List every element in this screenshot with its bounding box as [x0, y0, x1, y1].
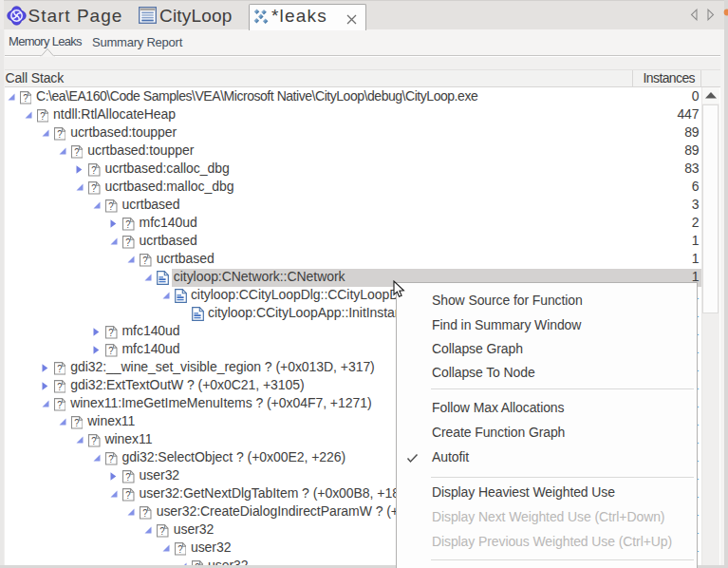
svg-text:?: ?: [40, 110, 46, 121]
svg-text:?: ?: [125, 489, 131, 500]
svg-text:?: ?: [23, 92, 28, 103]
svg-text:?: ?: [57, 363, 63, 373]
svg-text:?: ?: [57, 399, 63, 409]
svg-text:?: ?: [91, 435, 97, 445]
svg-text:?: ?: [125, 218, 131, 229]
svg-text:?: ?: [143, 507, 149, 518]
svg-text:?: ?: [108, 327, 114, 337]
svg-text:?: ?: [177, 543, 183, 554]
svg-text:?: ?: [125, 237, 131, 247]
svg-text:?: ?: [57, 128, 63, 139]
svg-text:?: ?: [108, 345, 114, 355]
svg-text:?: ?: [74, 417, 80, 427]
svg-text:?: ?: [125, 471, 131, 482]
svg-text:?: ?: [57, 381, 63, 391]
svg-text:?: ?: [91, 164, 97, 175]
svg-text:?: ?: [108, 453, 114, 464]
svg-text:?: ?: [74, 146, 80, 157]
svg-text:?: ?: [108, 200, 114, 211]
svg-text:?: ?: [160, 525, 166, 536]
svg-text:?: ?: [91, 182, 97, 193]
svg-text:?: ?: [143, 255, 149, 265]
